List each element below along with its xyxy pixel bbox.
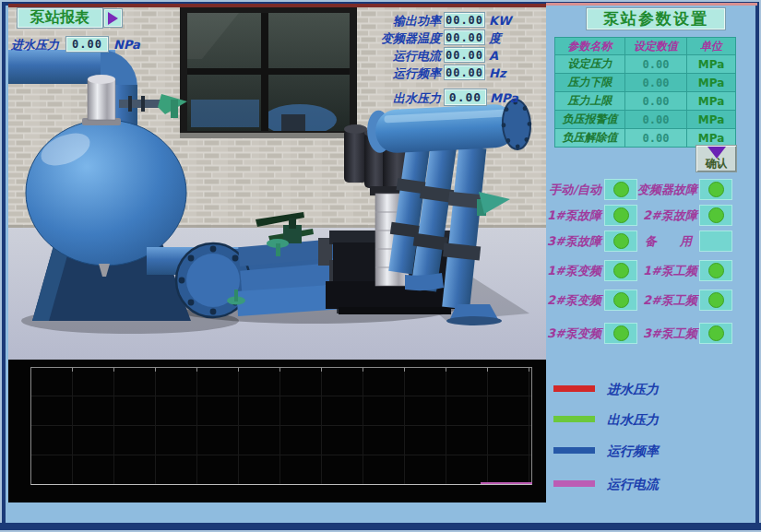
lamp-icon <box>613 292 629 308</box>
lamp-icon <box>708 182 724 197</box>
lamp-icon <box>613 325 629 341</box>
trend-plot-area <box>30 367 532 485</box>
run-frequency-label: 运行频率 <box>351 66 441 81</box>
panel-top-line <box>546 3 757 6</box>
indicator-pump1-line <box>699 260 732 281</box>
legend-swatch-run-frequency <box>553 447 595 454</box>
report-button-label: 泵站报表 <box>30 8 89 28</box>
indicator-label-pump3-fault: 3#泵故障 <box>542 234 601 248</box>
run-frequency-unit: Hz <box>489 66 505 81</box>
inverter-temp-value: 00.00 <box>444 30 485 45</box>
legend-swatch-outlet-pressure <box>553 416 595 422</box>
inverter-temp-unit: 度 <box>489 31 501 46</box>
output-power-value: 00.00 <box>444 12 485 28</box>
indicator-label-pump1-fault: 1#泵故障 <box>542 208 601 222</box>
table-row: 压力上限 0.00 MPa <box>555 91 735 110</box>
header-unit: 单位 <box>687 38 735 54</box>
plot-tick-marks <box>31 368 531 372</box>
indicator-pump3-vfd <box>604 323 637 344</box>
legend-label-run-frequency: 运行频率 <box>607 443 659 460</box>
set-pressure-input[interactable]: 0.00 <box>625 55 687 73</box>
outlet-pressure-unit: MPa <box>490 91 518 106</box>
output-power-unit: KW <box>489 14 511 29</box>
indicator-pump2-vfd <box>604 290 637 311</box>
run-frequency-value: 00.00 <box>444 65 485 80</box>
indicator-label-pump2-line: 2#泵工频 <box>635 293 697 307</box>
indicator-label-spare: 备 用 <box>635 234 697 248</box>
settings-table: 参数名称 设定数值 单位 设定压力 0.00 MPa 压力下限 0.00 MPa… <box>554 37 736 148</box>
header-set-value: 设定数值 <box>625 38 687 54</box>
lamp-icon <box>613 182 629 197</box>
indicator-label-vfd-fault: 变频器故障 <box>635 183 697 196</box>
report-play-button[interactable] <box>103 8 123 28</box>
header-param-name: 参数名称 <box>555 38 625 54</box>
settings-title-text: 泵站参数设置 <box>603 8 708 30</box>
lamp-icon <box>613 233 629 249</box>
neg-pressure-release-input[interactable]: 0.00 <box>625 129 687 147</box>
indicator-label-pump1-line: 1#泵工频 <box>635 264 697 278</box>
report-button[interactable]: 泵站报表 <box>17 7 103 29</box>
indicator-pump1-fault <box>604 205 637 226</box>
legend-label-run-current: 运行电流 <box>607 477 659 493</box>
legend-label-outlet-pressure: 出水压力 <box>607 412 659 429</box>
run-current-trace <box>481 482 532 484</box>
table-row: 负压报警值 0.00 MPa <box>555 110 735 128</box>
indicator-manual-auto <box>604 179 637 200</box>
settings-table-header: 参数名称 设定数值 单位 <box>555 38 735 54</box>
inlet-pressure-label: 进水压力 <box>11 38 59 53</box>
tank-top-chrome-cap <box>82 75 121 125</box>
lamp-icon <box>613 263 629 278</box>
table-row: 设定压力 0.00 MPa <box>555 54 735 73</box>
indicator-label-pump3-line: 3#泵工频 <box>635 326 697 340</box>
indicator-label-pump1-vfd: 1#泵变频 <box>542 264 601 278</box>
indicator-label-manual-auto: 手动/自动 <box>542 183 601 196</box>
settings-panel-title: 泵站参数设置 <box>586 7 726 30</box>
play-triangle-icon <box>108 12 118 25</box>
indicator-pump3-fault <box>604 231 637 252</box>
lamp-icon <box>708 263 724 278</box>
outlet-pressure-label: 出水压力 <box>351 91 441 106</box>
pressure-low-limit-input[interactable]: 0.00 <box>625 74 687 91</box>
confirm-button[interactable]: 确认 <box>696 145 737 172</box>
window <box>180 7 357 138</box>
inlet-pressure-value: 0.00 <box>65 36 109 53</box>
indicator-label-pump2-vfd: 2#泵变频 <box>542 293 601 307</box>
bottom-frame-bar <box>0 523 761 530</box>
inlet-pressure-unit: NPa <box>113 38 140 53</box>
pressure-tank <box>26 120 186 266</box>
neg-pressure-alarm-input[interactable]: 0.00 <box>625 111 687 128</box>
run-current-value: 00.00 <box>444 47 485 63</box>
legend-swatch-inlet-pressure <box>553 385 595 392</box>
table-row: 压力下限 0.00 MPa <box>555 73 735 91</box>
outlet-pressure-value: 0.00 <box>444 89 487 106</box>
pressure-high-limit-input[interactable]: 0.00 <box>625 92 687 110</box>
indicator-pump2-fault <box>699 205 732 226</box>
lamp-icon <box>708 207 724 223</box>
indicator-label-pump2-fault: 2#泵故障 <box>635 208 697 222</box>
run-current-unit: A <box>489 49 498 64</box>
legend-label-inlet-pressure: 进水压力 <box>607 382 659 398</box>
indicator-spare <box>699 231 732 252</box>
confirm-label: 确认 <box>706 156 728 171</box>
indicator-pump2-line <box>699 290 732 311</box>
inverter-temp-label: 变频器温度 <box>351 31 441 46</box>
indicator-pump3-line <box>699 323 732 344</box>
trend-chart <box>8 360 546 502</box>
lamp-icon <box>708 292 724 308</box>
indicator-vfd-fault <box>699 179 732 200</box>
pump-station-hmi: 泵站报表 进水压力 0.00 NPa 输出功率 00.00 KW 变频器温度 0… <box>0 0 761 532</box>
lamp-icon <box>708 325 724 341</box>
table-row: 负压解除值 0.00 MPa <box>555 128 735 147</box>
run-current-label: 运行电流 <box>351 49 441 64</box>
output-power-label: 输出功率 <box>351 14 441 29</box>
legend-swatch-run-current <box>553 480 595 487</box>
indicator-pump1-vfd <box>604 260 637 281</box>
lamp-icon <box>613 207 629 223</box>
indicator-label-pump3-vfd: 3#泵变频 <box>542 326 601 340</box>
